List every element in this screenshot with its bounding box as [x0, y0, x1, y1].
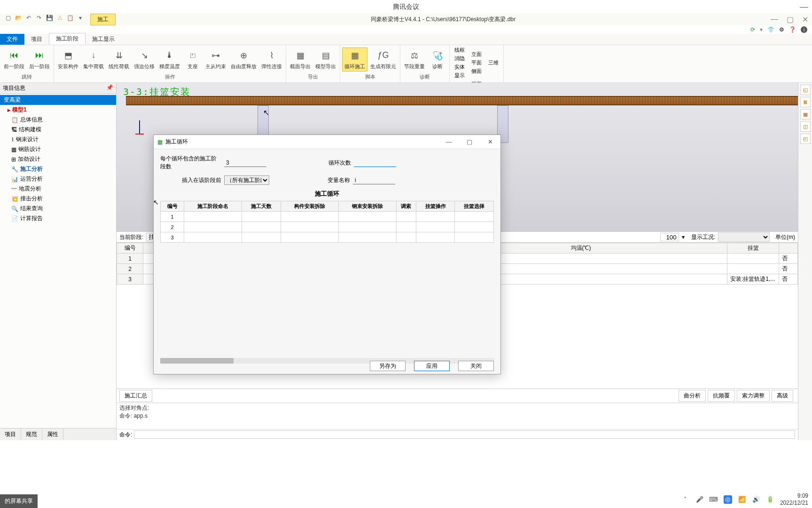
cube-icon[interactable]: ◱ [800, 85, 811, 95]
info-icon[interactable]: i [801, 26, 807, 33]
cursor-icon: ↖ [153, 198, 159, 206]
window-max-icon[interactable]: ▢ [787, 15, 794, 24]
tree-item-impact[interactable]: 💥 撞击分析 [0, 194, 116, 204]
tree-item-report[interactable]: 📄 计算报告 [0, 214, 116, 223]
mic-icon[interactable]: 🎤 [695, 495, 704, 504]
chevron-up-icon[interactable]: ˄ [681, 495, 690, 504]
ribbon-group-export: 导出 [308, 72, 318, 81]
app-title: 同豪桥梁博士V4.4.1 - C:\Users\96177\Desktop\变高… [371, 16, 515, 24]
box-icon[interactable]: ◰ [800, 134, 811, 144]
tree-item-tendon[interactable]: ⌇ 钢束设计 [0, 135, 116, 144]
tree-item-service[interactable]: 📊 运营分析 [0, 174, 116, 184]
save-icon[interactable]: 💾 [45, 14, 54, 22]
elastic-link-button[interactable]: ⌇弹性连接 [259, 48, 284, 71]
dialog-min-icon[interactable]: — [442, 138, 455, 145]
app-icon[interactable]: ◎ [724, 495, 732, 504]
view-side[interactable]: 侧面 [468, 67, 484, 75]
conc-load-button[interactable]: ↓集中荷载 [81, 48, 106, 71]
cycle-constr-button[interactable]: ▦循环施工 [342, 48, 367, 71]
close-button[interactable]: 关闭 [458, 361, 494, 371]
view-elev[interactable]: 立面 [468, 50, 484, 58]
tree-item-result[interactable]: 🔍 结果查询 [0, 204, 116, 214]
cycle-count-input[interactable] [354, 159, 396, 167]
zoom-input[interactable] [660, 233, 679, 241]
battery-icon[interactable]: 🔋 [766, 495, 774, 504]
section-export-button[interactable]: ▦截面导出 [288, 48, 312, 71]
sync-icon[interactable]: ⟳ [750, 26, 755, 33]
paste-icon[interactable]: 📋 [66, 14, 74, 22]
volume-icon[interactable]: 🔊 [752, 495, 760, 504]
new-doc-icon[interactable]: ▢ [4, 14, 12, 22]
apply-button[interactable]: 应用 [414, 361, 450, 371]
redo-icon[interactable]: ↷ [35, 14, 43, 22]
panel-tab-spec[interactable]: 规范 [21, 429, 42, 440]
tree-item-struct[interactable]: 🏗 结构建模 [0, 125, 116, 135]
section-icon[interactable]: ◫ [800, 121, 811, 132]
gen-fe-button[interactable]: ƒG生成有限元 [368, 48, 398, 71]
view-show[interactable]: 显示 [452, 71, 468, 79]
panel-tab-prop[interactable]: 属性 [42, 429, 63, 440]
gear-icon[interactable]: ⚙ [779, 26, 784, 33]
window-close-icon[interactable]: ✕ [802, 15, 808, 24]
warn-icon[interactable]: ⚠ [55, 14, 64, 22]
adv-button[interactable]: 高级 [772, 390, 793, 402]
bearing-button[interactable]: ⏍支座 [183, 48, 203, 71]
meeting-min-icon[interactable]: — [800, 0, 812, 13]
dof-release-button[interactable]: ⊕自由度释放 [229, 48, 258, 71]
install-button[interactable]: ⬒安装构件 [56, 48, 80, 71]
var-name-input[interactable] [353, 176, 395, 184]
weight-button[interactable]: ⚖节段重量 [402, 48, 427, 71]
temp-grad-button[interactable]: 🌡梯度温度 [157, 48, 182, 71]
curve-button[interactable]: 曲分析 [679, 390, 706, 402]
constr-badge[interactable]: 施工 [90, 14, 116, 25]
stages-per-cycle-input[interactable] [224, 159, 266, 167]
tree-item-overall[interactable]: 📋 总体信息 [0, 115, 116, 125]
tree-model[interactable]: ▸ 模型1 [0, 105, 116, 115]
tree-root[interactable]: 变高梁 [0, 95, 116, 105]
force-button[interactable]: 索力调整 [737, 390, 770, 402]
open-icon[interactable]: 📂 [14, 14, 23, 22]
view-solid[interactable]: 实体 [452, 63, 468, 71]
tab-project[interactable]: 项目 [24, 34, 49, 45]
undo-icon[interactable]: ↶ [24, 14, 33, 22]
next-stage-button[interactable]: ⏭后一阶段 [27, 48, 52, 71]
dialog-max-icon[interactable]: ▢ [463, 138, 476, 145]
window-min-icon[interactable]: — [771, 15, 778, 24]
wifi-icon[interactable]: 📶 [738, 495, 746, 504]
view-icon[interactable]: ▦ [800, 109, 811, 119]
help-icon[interactable]: ❓ [789, 26, 796, 33]
panel-tab-project[interactable]: 项目 [0, 429, 21, 440]
tree-item-seismic[interactable]: 〰 地震分析 [0, 184, 116, 194]
diagnose-button[interactable]: 🩺诊断 [428, 48, 447, 71]
dialog-table[interactable]: 编号 施工阶段命名 施工天数 构件安装拆除 钢束安装拆除 调索 挂篮操作 挂篮选… [160, 201, 494, 243]
clock[interactable]: 9:09 2022/12/21 [780, 492, 808, 506]
show-case-select[interactable] [718, 232, 770, 242]
constraint-button[interactable]: ⊶主从约束 [203, 48, 228, 71]
pin-icon[interactable]: 📌 [106, 84, 113, 92]
dropdown-icon[interactable]: ▾ [76, 14, 85, 22]
user-icon[interactable]: 👕 [767, 26, 774, 33]
freq-button[interactable]: 抗频覆 [708, 390, 735, 402]
line-load-button[interactable]: ⇊线性荷载 [107, 48, 131, 71]
cmd-input[interactable] [134, 430, 795, 439]
view-hide[interactable]: 消隐 [452, 55, 468, 63]
saveas-button[interactable]: 另存为 [370, 361, 406, 371]
tree-item-stiff[interactable]: ⊞ 加劲设计 [0, 154, 116, 164]
forced-disp-button[interactable]: ↘强迫位移 [132, 48, 156, 71]
tab-stage[interactable]: 施工阶段 [49, 33, 86, 45]
view-plan[interactable]: 平面 [468, 59, 484, 67]
insert-before-select[interactable]: （所有施工阶段 [224, 175, 269, 185]
tab-file[interactable]: 文件 [0, 34, 24, 45]
dialog-close-icon[interactable]: ✕ [484, 138, 497, 145]
prev-stage-button[interactable]: ⏮前一阶段 [2, 48, 26, 71]
view-wire[interactable]: 线框 [452, 46, 468, 54]
tab-display[interactable]: 施工显示 [86, 34, 121, 45]
dialog-titlebar[interactable]: ▦ 施工循环 — ▢ ✕ [154, 135, 500, 149]
summary-button[interactable]: 施工汇总 [119, 390, 152, 402]
tree-item-constr[interactable]: 🔧 施工分析 [0, 164, 116, 174]
model-export-button[interactable]: ▤模型导出 [313, 48, 338, 71]
tree-item-rebar[interactable]: ▦ 钢筋设计 [0, 144, 116, 154]
layers-icon[interactable]: ≣ [800, 97, 811, 107]
view-3d[interactable]: 三维 [485, 59, 501, 67]
keyboard-icon[interactable]: ⌨ [710, 495, 718, 504]
